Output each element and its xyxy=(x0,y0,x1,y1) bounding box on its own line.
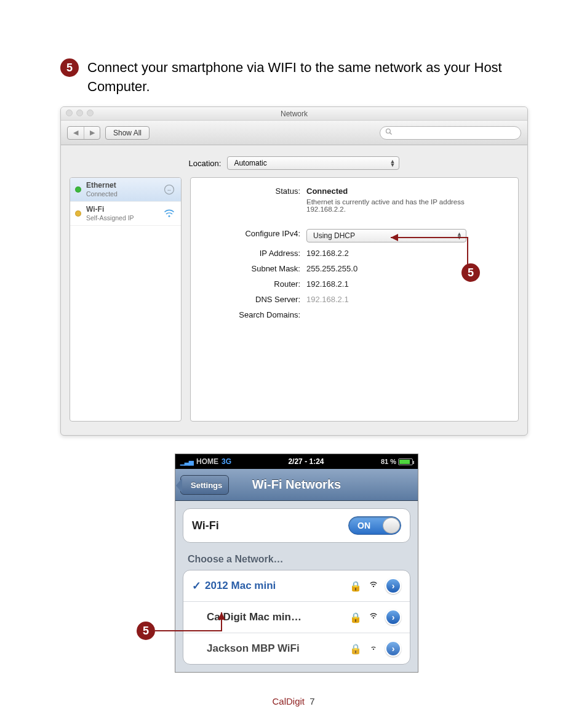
sidebar-item-title: Ethernet xyxy=(86,182,158,190)
network-name-text: CalDigit Mac min… xyxy=(207,611,301,623)
lock-icon: 🔒 xyxy=(349,643,362,655)
network-row[interactable]: Jackson MBP WiFi 🔒 › xyxy=(183,633,410,664)
network-meta: 🔒 › xyxy=(349,609,401,625)
svg-point-6 xyxy=(373,617,374,618)
wifi-icon xyxy=(162,207,176,220)
battery-pct: 81 % xyxy=(381,458,396,465)
svg-point-0 xyxy=(386,129,391,134)
zoom-icon[interactable] xyxy=(87,110,94,116)
network-name: ✓ 2012 Mac mini xyxy=(192,579,276,593)
wifi-strength-icon xyxy=(368,580,379,591)
mac-network-window: Network ◀ ▶ Show All Location: Automatic… xyxy=(60,106,528,436)
choose-network-header: Choose a Network… xyxy=(183,551,410,570)
configure-value: Using DHCP xyxy=(313,231,355,240)
network-name: Jackson MBP WiFi xyxy=(192,642,300,655)
network-name: CalDigit Mac min… xyxy=(192,611,301,623)
wifi-toggle-row: Wi-Fi ON xyxy=(183,509,410,542)
nav-back-button[interactable]: ◀ xyxy=(68,127,84,139)
show-all-button[interactable]: Show All xyxy=(105,126,150,140)
wifi-toggle[interactable]: ON xyxy=(348,516,401,535)
status-label: Status: xyxy=(202,186,306,196)
status-value: Connected xyxy=(306,186,507,196)
subnet-label: Subnet Mask: xyxy=(202,264,306,273)
svg-line-1 xyxy=(390,133,392,135)
router-row: Router: 192.168.2.1 xyxy=(202,279,507,289)
nav-forward-button[interactable]: ▶ xyxy=(84,127,100,139)
search-domains-row: Search Domains: xyxy=(202,310,507,319)
location-label: Location: xyxy=(189,159,222,168)
location-value: Automatic xyxy=(234,159,266,167)
statusbar-time: 2/27 - 1:24 xyxy=(288,457,324,466)
lock-icon: 🔒 xyxy=(349,612,362,623)
network-sidebar: Ethernet Connected ••• Wi-Fi Self-Assign… xyxy=(70,177,182,422)
close-icon[interactable] xyxy=(66,110,73,116)
sidebar-item-wifi[interactable]: Wi-Fi Self-Assigned IP xyxy=(70,202,181,226)
step-header: 5 Connect your smartphone via WIFI to th… xyxy=(60,58,550,97)
toggle-knob xyxy=(383,518,400,534)
network-name-text: 2012 Mac mini xyxy=(205,580,276,592)
network-meta: 🔒 › xyxy=(349,641,401,657)
iphone-screenshot: ▁▃▅ HOME 3G 2/27 - 1:24 81 % Settings Wi… xyxy=(175,454,418,673)
traffic-lights xyxy=(66,110,94,116)
ip-value: 192.168.2.2 xyxy=(306,249,507,258)
lock-icon: 🔒 xyxy=(349,580,362,592)
chevron-up-down-icon: ▲▼ xyxy=(389,159,395,167)
callout-badge-a: 5 xyxy=(461,263,480,282)
toggle-on-label: ON xyxy=(357,521,370,530)
location-select[interactable]: Automatic ▲▼ xyxy=(227,156,399,170)
ip-row: IP Address: 192.168.2.2 xyxy=(202,249,507,258)
detail-disclosure-icon[interactable]: › xyxy=(385,641,401,657)
step-number-badge: 5 xyxy=(60,58,79,77)
status-value-block: Connected Ethernet is currently active a… xyxy=(306,186,507,213)
dns-row: DNS Server: 192.168.2.1 xyxy=(202,295,507,304)
signal-icon: ▁▃▅ xyxy=(180,458,193,465)
sidebar-item-text: Ethernet Connected xyxy=(86,182,158,198)
chevron-up-down-icon: ▲▼ xyxy=(457,232,462,239)
configure-row: Configure IPv4: Using DHCP ▲▼ xyxy=(202,229,507,242)
statusbar-right: 81 % xyxy=(381,458,413,465)
sidebar-item-text: Wi-Fi Self-Assigned IP xyxy=(86,206,158,222)
window-titlebar: Network xyxy=(61,107,527,121)
search-domains-label: Search Domains: xyxy=(202,310,306,319)
window-toolbar: ◀ ▶ Show All xyxy=(61,121,527,145)
status-dot-icon xyxy=(75,210,81,217)
location-row: Location: Automatic ▲▼ xyxy=(61,145,527,177)
wifi-strength-icon xyxy=(368,643,379,654)
minimize-icon[interactable] xyxy=(76,110,83,116)
dns-label: DNS Server: xyxy=(202,295,306,304)
sidebar-item-ethernet[interactable]: Ethernet Connected ••• xyxy=(70,178,181,202)
configure-value-cell: Using DHCP ▲▼ xyxy=(306,229,507,242)
network-name-text: Jackson MBP WiFi xyxy=(207,642,300,655)
mac-body: Ethernet Connected ••• Wi-Fi Self-Assign… xyxy=(61,177,527,430)
network-row[interactable]: ✓ 2012 Mac mini 🔒 › xyxy=(183,570,410,601)
network-row[interactable]: CalDigit Mac min… 🔒 › xyxy=(183,601,410,633)
status-row: Status: Connected Ethernet is currently … xyxy=(202,186,507,213)
ethernet-icon: ••• xyxy=(162,183,176,196)
search-input[interactable] xyxy=(380,126,521,140)
ios-navbar: Settings Wi-Fi Networks xyxy=(175,469,418,501)
wifi-strength-icon xyxy=(368,612,379,623)
ip-label: IP Address: xyxy=(202,249,306,258)
configure-select[interactable]: Using DHCP ▲▼ xyxy=(306,229,466,242)
footer-page: 7 xyxy=(309,696,314,706)
detail-disclosure-icon[interactable]: › xyxy=(385,609,401,625)
back-button[interactable]: Settings xyxy=(180,475,229,495)
page-footer: CalDigit 7 xyxy=(0,696,587,706)
sidebar-item-sub: Connected xyxy=(86,190,158,198)
sidebar-item-sub: Self-Assigned IP xyxy=(86,214,158,222)
checkmark-icon: ✓ xyxy=(192,579,201,593)
detail-pane: Status: Connected Ethernet is currently … xyxy=(190,177,519,422)
wifi-label: Wi-Fi xyxy=(192,519,219,532)
detail-disclosure-icon[interactable]: › xyxy=(385,578,401,594)
search-icon xyxy=(385,128,393,137)
network-meta: 🔒 › xyxy=(349,578,401,594)
network-type: 3G xyxy=(222,457,231,466)
ios-statusbar: ▁▃▅ HOME 3G 2/27 - 1:24 81 % xyxy=(175,454,418,469)
svg-text:•••: ••• xyxy=(167,188,171,191)
svg-point-7 xyxy=(373,649,374,650)
status-description: Ethernet is currently active and has the… xyxy=(306,198,485,213)
svg-point-4 xyxy=(169,215,170,217)
nav-back-forward: ◀ ▶ xyxy=(67,126,100,140)
sidebar-item-title: Wi-Fi xyxy=(86,206,158,214)
step-instruction-text: Connect your smartphone via WIFI to the … xyxy=(87,58,506,97)
